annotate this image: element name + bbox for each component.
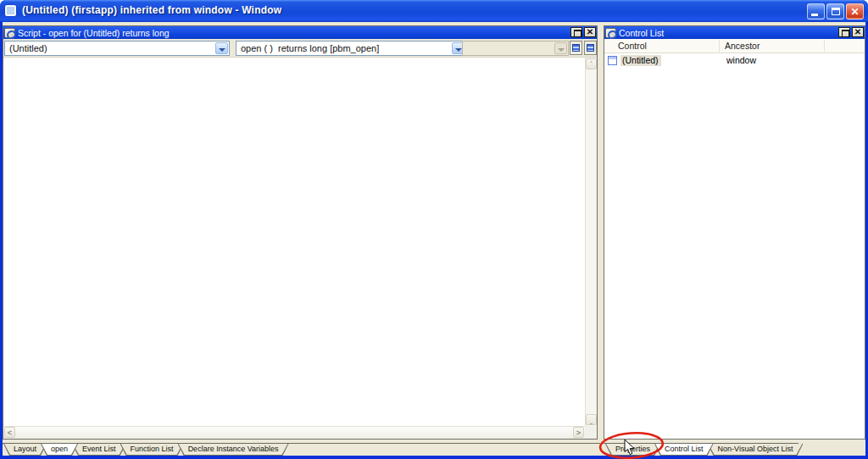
control-dropdown[interactable]: (Untitled) bbox=[4, 41, 230, 56]
script-view-button-1[interactable] bbox=[570, 41, 582, 55]
column-header-control[interactable]: Control bbox=[618, 41, 647, 51]
tab-function-list[interactable]: Function List bbox=[120, 444, 184, 456]
control-dropdown-value: (Untitled) bbox=[9, 43, 47, 53]
script-editor[interactable]: ˋ ˍ bbox=[3, 58, 597, 426]
minimize-icon bbox=[811, 14, 818, 16]
chevron-down-icon[interactable] bbox=[215, 42, 228, 54]
tab-properties[interactable]: Properties bbox=[605, 444, 660, 456]
maximize-button[interactable] bbox=[826, 3, 844, 19]
window-glyph-icon bbox=[608, 56, 617, 65]
app-window-icon bbox=[5, 5, 16, 16]
control-list-buttons: ✕ bbox=[838, 27, 864, 37]
control-list-row[interactable]: (Untitled)window bbox=[604, 54, 865, 68]
tab-label: Control List bbox=[654, 444, 714, 453]
tab-non-visual-object-list[interactable]: Non-Visual Object List bbox=[708, 444, 804, 456]
control-name[interactable]: (Untitled) bbox=[620, 55, 661, 66]
maximize-icon bbox=[832, 8, 840, 15]
scroll-left-icon[interactable]: ˂ bbox=[4, 427, 15, 438]
control-list-title: Control List bbox=[616, 28, 664, 38]
script-view-button-2[interactable] bbox=[584, 41, 597, 55]
horizontal-scrollbar[interactable]: ˂ ˃ bbox=[3, 426, 585, 439]
script-lines-icon bbox=[572, 44, 580, 52]
column-header-ancestor[interactable]: Ancestor bbox=[725, 41, 760, 51]
tab-label: Function List bbox=[120, 444, 184, 453]
control-list-icon bbox=[605, 28, 616, 38]
workspace-client-area: Script - open for (Untitled) returns lon… bbox=[3, 22, 865, 456]
tab-label: Event List bbox=[72, 444, 126, 453]
script-tabstrip: LayoutopenEvent ListFunction ListDeclare… bbox=[3, 444, 283, 456]
tab-label: Properties bbox=[605, 444, 660, 453]
scroll-down-icon[interactable]: ˍ bbox=[586, 414, 597, 425]
script-panel-title: Script - open for (Untitled) returns lon… bbox=[15, 28, 170, 38]
window-titlebar: (Untitled) (firstapp) inherited from win… bbox=[0, 0, 868, 22]
vertical-scrollbar[interactable]: ˋ ˍ bbox=[585, 58, 597, 426]
script-maximize-button[interactable] bbox=[570, 27, 582, 37]
caption-buttons: ✕ bbox=[807, 3, 864, 19]
event-dropdown-value: open ( ) returns long [pbm_open] bbox=[241, 43, 379, 53]
control-list-close-button[interactable]: ✕ bbox=[852, 27, 864, 37]
close-button[interactable]: ✕ bbox=[846, 3, 864, 19]
scroll-up-icon[interactable]: ˋ bbox=[586, 58, 597, 69]
tab-label: Layout bbox=[3, 444, 47, 453]
minimize-button[interactable] bbox=[807, 3, 825, 19]
control-list-titlebar: Control List ✕ bbox=[604, 26, 865, 39]
tab-event-list[interactable]: Event List bbox=[72, 444, 126, 456]
event-dropdown[interactable]: open ( ) returns long [pbm_open] bbox=[236, 41, 466, 56]
tab-control-list[interactable]: Control List bbox=[654, 444, 714, 456]
chevron-down-icon bbox=[554, 42, 567, 54]
script-panel-buttons: ✕ bbox=[570, 27, 596, 37]
control-list-maximize-button[interactable] bbox=[838, 27, 850, 37]
variables-dropdown bbox=[462, 41, 569, 56]
script-close-button[interactable]: ✕ bbox=[584, 27, 596, 37]
script-panel: Script - open for (Untitled) returns lon… bbox=[3, 25, 598, 440]
script-lines-icon bbox=[587, 44, 594, 52]
column-separator bbox=[824, 40, 825, 52]
column-separator bbox=[719, 40, 720, 52]
script-toolbar: (Untitled) open ( ) returns long [pbm_op… bbox=[3, 39, 597, 58]
script-panel-titlebar: Script - open for (Untitled) returns lon… bbox=[3, 26, 597, 39]
close-icon: ✕ bbox=[847, 5, 863, 19]
control-list-header: Control Ancestor bbox=[604, 39, 865, 53]
application-window: (Untitled) (firstapp) inherited from win… bbox=[0, 0, 868, 459]
tab-declare-instance-variables[interactable]: Declare Instance Variables bbox=[178, 444, 289, 456]
tab-label: Declare Instance Variables bbox=[178, 444, 289, 453]
scrollbar-corner bbox=[585, 426, 597, 439]
control-list-panel: Control List ✕ Control Ancestor (Untitle… bbox=[604, 25, 865, 440]
window-title: (Untitled) (firstapp) inherited from win… bbox=[22, 4, 281, 16]
script-icon bbox=[4, 28, 15, 38]
control-list-body: Control Ancestor (Untitled)window bbox=[604, 39, 865, 439]
ancestor-name: window bbox=[726, 55, 756, 65]
tab-label: Non-Visual Object List bbox=[708, 444, 804, 453]
scroll-right-icon[interactable]: ˃ bbox=[573, 427, 584, 438]
control-list-tabstrip: PropertiesControl ListNon-Visual Object … bbox=[605, 444, 797, 456]
